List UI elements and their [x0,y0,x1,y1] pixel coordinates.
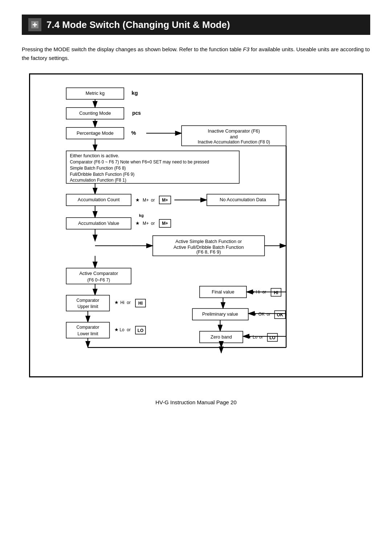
svg-text:%: % [131,130,136,136]
svg-text:★: ★ [135,220,140,226]
svg-text:or: or [151,198,155,203]
footer-text: HV-G Instruction Manual Page 20 [155,399,236,405]
svg-text:Lo: Lo [119,327,124,332]
footer: HV-G Instruction Manual Page 20 [22,399,370,405]
mode-switch-icon [28,18,41,31]
svg-text:Active Simple Batch Function  : Active Simple Batch Function or [175,239,242,244]
svg-text:or: or [127,327,131,332]
page-title: 7.4 Mode Switch (Changing Unit & Mode) [46,19,230,31]
svg-text:kg: kg [131,90,138,96]
svg-text:Full/Dribble Batch Function (F: Full/Dribble Batch Function (F6 9) [70,172,134,177]
svg-text:or: or [151,221,155,226]
svg-text:Upper limit: Upper limit [78,304,99,309]
svg-text:Lower limit: Lower limit [78,331,99,336]
svg-text:kg: kg [139,213,144,218]
svg-text:Lo: Lo [253,335,258,340]
svg-text:M+: M+ [143,198,149,203]
svg-text:Zero band: Zero band [211,334,232,340]
svg-text:and: and [230,134,238,139]
svg-text:★: ★ [114,300,119,305]
svg-text:Comparator: Comparator [77,325,99,330]
svg-text:Percentage Mode: Percentage Mode [77,130,114,136]
svg-text:Inactive Accumulation Function: Inactive Accumulation Function (F8 0) [198,139,270,145]
svg-text:★: ★ [114,327,119,332]
svg-text:Accumulation Count: Accumulation Count [78,197,120,202]
svg-text:pcs: pcs [132,110,141,116]
svg-text:Inactive Comparator (F6): Inactive Comparator (F6) [208,128,260,134]
svg-text:M+: M+ [162,221,168,226]
svg-text:or: or [259,335,263,340]
diagram-svg: Metric kg kg Counting Mode pcs Percentag… [37,83,355,366]
svg-text:HI: HI [138,301,143,306]
svg-text:LO: LO [138,328,144,333]
svg-text:No Accumulation Data: No Accumulation Data [220,197,266,202]
svg-text:HI: HI [274,290,278,295]
svg-text:Metric kg: Metric kg [86,90,105,96]
svg-text:(F6 0~F6 7): (F6 0~F6 7) [87,278,110,283]
svg-text:or: or [127,300,131,305]
svg-text:★: ★ [253,311,257,317]
flow-diagram: Metric kg kg Counting Mode pcs Percentag… [29,73,363,377]
intro-text: Pressing the MODE switch the display cha… [22,45,370,62]
svg-text:Hi: Hi [120,300,124,305]
svg-text:Counting Mode: Counting Mode [79,110,111,116]
svg-text:★: ★ [135,197,140,203]
svg-text:Either function is active.: Either function is active. [70,153,119,158]
svg-text:Accumulation Function (F8 1): Accumulation Function (F8 1) [70,178,126,183]
svg-text:Comparator (F6 0 ~ F6 7)  Note: Comparator (F6 0 ~ F6 7) Note when F6=0 … [70,159,209,165]
svg-text:(F6 8, F6 9): (F6 8, F6 9) [196,249,221,255]
svg-text:M+: M+ [162,198,168,203]
svg-text:Simple Batch Function (F6 8): Simple Batch Function (F6 8) [70,166,126,171]
svg-text:Active Comparator: Active Comparator [79,271,118,276]
svg-text:OK: OK [258,312,265,317]
svg-text:Final value: Final value [212,289,234,295]
svg-text:Preliminary value: Preliminary value [202,311,238,317]
svg-text:or: or [267,312,271,317]
svg-text:Accumulation Value: Accumulation Value [78,220,119,226]
svg-text:★: ★ [247,334,252,340]
section-header: 7.4 Mode Switch (Changing Unit & Mode) [22,15,370,35]
svg-text:M+: M+ [143,221,149,226]
svg-text:Active Full/Dribble Batch Func: Active Full/Dribble Batch Function [173,244,244,250]
svg-text:Comparator: Comparator [77,298,99,303]
